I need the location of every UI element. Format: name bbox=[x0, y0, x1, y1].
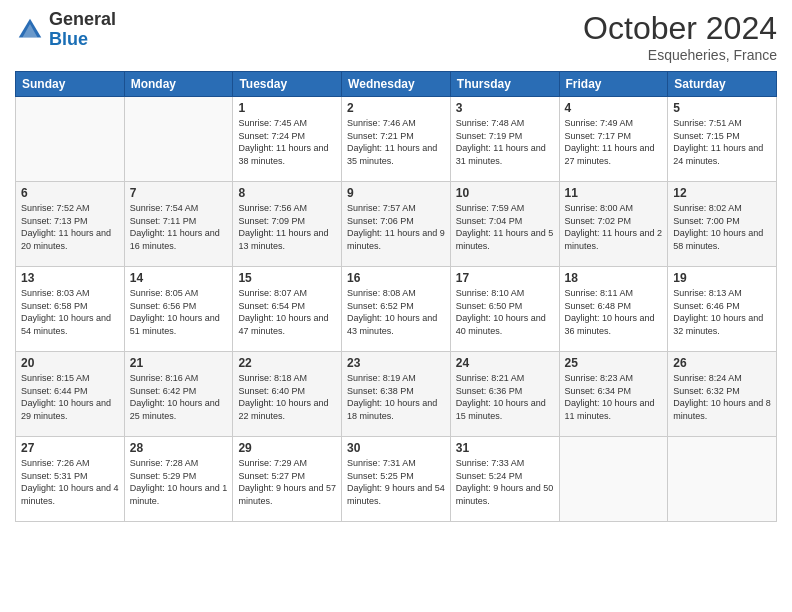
cell-content: Sunrise: 7:48 AMSunset: 7:19 PMDaylight:… bbox=[456, 117, 554, 167]
cell-1-6: 12 Sunrise: 8:02 AMSunset: 7:00 PMDaylig… bbox=[668, 182, 777, 267]
cell-content: Sunrise: 7:57 AMSunset: 7:06 PMDaylight:… bbox=[347, 202, 445, 252]
day-number: 23 bbox=[347, 356, 445, 370]
cell-0-1 bbox=[124, 97, 233, 182]
col-saturday: Saturday bbox=[668, 72, 777, 97]
cell-content: Sunrise: 7:54 AMSunset: 7:11 PMDaylight:… bbox=[130, 202, 228, 252]
calendar-page: General Blue October 2024 Esqueheries, F… bbox=[0, 0, 792, 612]
header: General Blue October 2024 Esqueheries, F… bbox=[15, 10, 777, 63]
day-number: 29 bbox=[238, 441, 336, 455]
day-number: 28 bbox=[130, 441, 228, 455]
week-row-2: 13 Sunrise: 8:03 AMSunset: 6:58 PMDaylig… bbox=[16, 267, 777, 352]
day-number: 30 bbox=[347, 441, 445, 455]
cell-4-4: 31 Sunrise: 7:33 AMSunset: 5:24 PMDaylig… bbox=[450, 437, 559, 522]
cell-content: Sunrise: 7:31 AMSunset: 5:25 PMDaylight:… bbox=[347, 457, 445, 507]
col-friday: Friday bbox=[559, 72, 668, 97]
cell-content: Sunrise: 7:59 AMSunset: 7:04 PMDaylight:… bbox=[456, 202, 554, 252]
cell-content: Sunrise: 8:24 AMSunset: 6:32 PMDaylight:… bbox=[673, 372, 771, 422]
day-number: 21 bbox=[130, 356, 228, 370]
day-number: 20 bbox=[21, 356, 119, 370]
cell-content: Sunrise: 7:49 AMSunset: 7:17 PMDaylight:… bbox=[565, 117, 663, 167]
cell-2-5: 18 Sunrise: 8:11 AMSunset: 6:48 PMDaylig… bbox=[559, 267, 668, 352]
day-number: 27 bbox=[21, 441, 119, 455]
cell-3-6: 26 Sunrise: 8:24 AMSunset: 6:32 PMDaylig… bbox=[668, 352, 777, 437]
cell-0-5: 4 Sunrise: 7:49 AMSunset: 7:17 PMDayligh… bbox=[559, 97, 668, 182]
week-row-0: 1 Sunrise: 7:45 AMSunset: 7:24 PMDayligh… bbox=[16, 97, 777, 182]
calendar-table: Sunday Monday Tuesday Wednesday Thursday… bbox=[15, 71, 777, 522]
cell-2-3: 16 Sunrise: 8:08 AMSunset: 6:52 PMDaylig… bbox=[342, 267, 451, 352]
cell-content: Sunrise: 8:00 AMSunset: 7:02 PMDaylight:… bbox=[565, 202, 663, 252]
header-row: Sunday Monday Tuesday Wednesday Thursday… bbox=[16, 72, 777, 97]
cell-content: Sunrise: 7:29 AMSunset: 5:27 PMDaylight:… bbox=[238, 457, 336, 507]
month-title: October 2024 bbox=[583, 10, 777, 47]
cell-4-2: 29 Sunrise: 7:29 AMSunset: 5:27 PMDaylig… bbox=[233, 437, 342, 522]
cell-content: Sunrise: 8:11 AMSunset: 6:48 PMDaylight:… bbox=[565, 287, 663, 337]
cell-content: Sunrise: 8:03 AMSunset: 6:58 PMDaylight:… bbox=[21, 287, 119, 337]
day-number: 2 bbox=[347, 101, 445, 115]
day-number: 17 bbox=[456, 271, 554, 285]
cell-content: Sunrise: 8:21 AMSunset: 6:36 PMDaylight:… bbox=[456, 372, 554, 422]
cell-content: Sunrise: 7:28 AMSunset: 5:29 PMDaylight:… bbox=[130, 457, 228, 507]
cell-1-2: 8 Sunrise: 7:56 AMSunset: 7:09 PMDayligh… bbox=[233, 182, 342, 267]
cell-4-5 bbox=[559, 437, 668, 522]
cell-2-4: 17 Sunrise: 8:10 AMSunset: 6:50 PMDaylig… bbox=[450, 267, 559, 352]
col-sunday: Sunday bbox=[16, 72, 125, 97]
logo-text: General Blue bbox=[49, 10, 116, 50]
title-block: October 2024 Esqueheries, France bbox=[583, 10, 777, 63]
day-number: 10 bbox=[456, 186, 554, 200]
cell-content: Sunrise: 7:52 AMSunset: 7:13 PMDaylight:… bbox=[21, 202, 119, 252]
cell-content: Sunrise: 8:08 AMSunset: 6:52 PMDaylight:… bbox=[347, 287, 445, 337]
day-number: 15 bbox=[238, 271, 336, 285]
cell-1-3: 9 Sunrise: 7:57 AMSunset: 7:06 PMDayligh… bbox=[342, 182, 451, 267]
col-monday: Monday bbox=[124, 72, 233, 97]
day-number: 18 bbox=[565, 271, 663, 285]
day-number: 8 bbox=[238, 186, 336, 200]
day-number: 26 bbox=[673, 356, 771, 370]
logo: General Blue bbox=[15, 10, 116, 50]
day-number: 4 bbox=[565, 101, 663, 115]
cell-content: Sunrise: 8:15 AMSunset: 6:44 PMDaylight:… bbox=[21, 372, 119, 422]
cell-4-0: 27 Sunrise: 7:26 AMSunset: 5:31 PMDaylig… bbox=[16, 437, 125, 522]
cell-2-1: 14 Sunrise: 8:05 AMSunset: 6:56 PMDaylig… bbox=[124, 267, 233, 352]
cell-content: Sunrise: 8:02 AMSunset: 7:00 PMDaylight:… bbox=[673, 202, 771, 252]
week-row-3: 20 Sunrise: 8:15 AMSunset: 6:44 PMDaylig… bbox=[16, 352, 777, 437]
cell-content: Sunrise: 8:10 AMSunset: 6:50 PMDaylight:… bbox=[456, 287, 554, 337]
logo-general: General bbox=[49, 9, 116, 29]
cell-3-4: 24 Sunrise: 8:21 AMSunset: 6:36 PMDaylig… bbox=[450, 352, 559, 437]
cell-content: Sunrise: 7:56 AMSunset: 7:09 PMDaylight:… bbox=[238, 202, 336, 252]
day-number: 31 bbox=[456, 441, 554, 455]
logo-blue: Blue bbox=[49, 29, 88, 49]
cell-0-2: 1 Sunrise: 7:45 AMSunset: 7:24 PMDayligh… bbox=[233, 97, 342, 182]
cell-3-1: 21 Sunrise: 8:16 AMSunset: 6:42 PMDaylig… bbox=[124, 352, 233, 437]
cell-content: Sunrise: 8:18 AMSunset: 6:40 PMDaylight:… bbox=[238, 372, 336, 422]
cell-4-1: 28 Sunrise: 7:28 AMSunset: 5:29 PMDaylig… bbox=[124, 437, 233, 522]
logo-icon bbox=[15, 15, 45, 45]
day-number: 3 bbox=[456, 101, 554, 115]
day-number: 14 bbox=[130, 271, 228, 285]
day-number: 24 bbox=[456, 356, 554, 370]
week-row-4: 27 Sunrise: 7:26 AMSunset: 5:31 PMDaylig… bbox=[16, 437, 777, 522]
cell-2-0: 13 Sunrise: 8:03 AMSunset: 6:58 PMDaylig… bbox=[16, 267, 125, 352]
cell-content: Sunrise: 7:33 AMSunset: 5:24 PMDaylight:… bbox=[456, 457, 554, 507]
day-number: 22 bbox=[238, 356, 336, 370]
cell-3-0: 20 Sunrise: 8:15 AMSunset: 6:44 PMDaylig… bbox=[16, 352, 125, 437]
cell-content: Sunrise: 8:13 AMSunset: 6:46 PMDaylight:… bbox=[673, 287, 771, 337]
day-number: 1 bbox=[238, 101, 336, 115]
cell-4-3: 30 Sunrise: 7:31 AMSunset: 5:25 PMDaylig… bbox=[342, 437, 451, 522]
day-number: 19 bbox=[673, 271, 771, 285]
cell-3-3: 23 Sunrise: 8:19 AMSunset: 6:38 PMDaylig… bbox=[342, 352, 451, 437]
cell-content: Sunrise: 8:23 AMSunset: 6:34 PMDaylight:… bbox=[565, 372, 663, 422]
week-row-1: 6 Sunrise: 7:52 AMSunset: 7:13 PMDayligh… bbox=[16, 182, 777, 267]
cell-content: Sunrise: 7:26 AMSunset: 5:31 PMDaylight:… bbox=[21, 457, 119, 507]
cell-content: Sunrise: 7:46 AMSunset: 7:21 PMDaylight:… bbox=[347, 117, 445, 167]
cell-content: Sunrise: 8:05 AMSunset: 6:56 PMDaylight:… bbox=[130, 287, 228, 337]
cell-3-5: 25 Sunrise: 8:23 AMSunset: 6:34 PMDaylig… bbox=[559, 352, 668, 437]
cell-1-0: 6 Sunrise: 7:52 AMSunset: 7:13 PMDayligh… bbox=[16, 182, 125, 267]
cell-0-6: 5 Sunrise: 7:51 AMSunset: 7:15 PMDayligh… bbox=[668, 97, 777, 182]
col-tuesday: Tuesday bbox=[233, 72, 342, 97]
cell-2-2: 15 Sunrise: 8:07 AMSunset: 6:54 PMDaylig… bbox=[233, 267, 342, 352]
cell-3-2: 22 Sunrise: 8:18 AMSunset: 6:40 PMDaylig… bbox=[233, 352, 342, 437]
cell-content: Sunrise: 7:51 AMSunset: 7:15 PMDaylight:… bbox=[673, 117, 771, 167]
cell-4-6 bbox=[668, 437, 777, 522]
day-number: 7 bbox=[130, 186, 228, 200]
cell-1-1: 7 Sunrise: 7:54 AMSunset: 7:11 PMDayligh… bbox=[124, 182, 233, 267]
